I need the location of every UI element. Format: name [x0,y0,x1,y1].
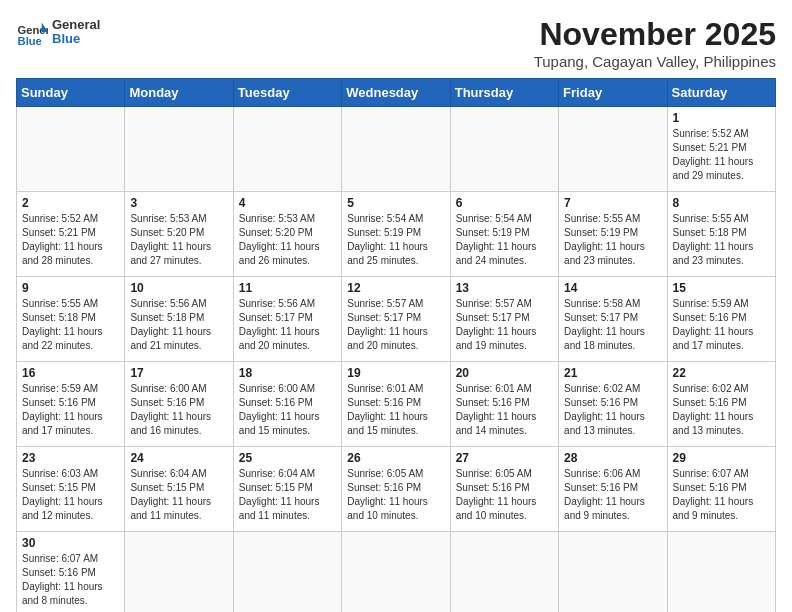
day-info: Sunrise: 5:57 AM Sunset: 5:17 PM Dayligh… [347,297,444,353]
calendar-cell: 9Sunrise: 5:55 AM Sunset: 5:18 PM Daylig… [17,277,125,362]
day-info: Sunrise: 6:05 AM Sunset: 5:16 PM Dayligh… [347,467,444,523]
location-title: Tupang, Cagayan Valley, Philippines [534,53,776,70]
day-number: 4 [239,196,336,210]
day-info: Sunrise: 5:53 AM Sunset: 5:20 PM Dayligh… [130,212,227,268]
calendar-cell: 17Sunrise: 6:00 AM Sunset: 5:16 PM Dayli… [125,362,233,447]
day-info: Sunrise: 6:03 AM Sunset: 5:15 PM Dayligh… [22,467,119,523]
calendar-cell: 18Sunrise: 6:00 AM Sunset: 5:16 PM Dayli… [233,362,341,447]
day-number: 24 [130,451,227,465]
calendar-cell: 27Sunrise: 6:05 AM Sunset: 5:16 PM Dayli… [450,447,558,532]
day-number: 14 [564,281,661,295]
week-row-5: 23Sunrise: 6:03 AM Sunset: 5:15 PM Dayli… [17,447,776,532]
header: General Blue General Blue November 2025 … [16,16,776,70]
week-row-3: 9Sunrise: 5:55 AM Sunset: 5:18 PM Daylig… [17,277,776,362]
day-number: 27 [456,451,553,465]
day-info: Sunrise: 5:59 AM Sunset: 5:16 PM Dayligh… [22,382,119,438]
day-info: Sunrise: 6:05 AM Sunset: 5:16 PM Dayligh… [456,467,553,523]
day-info: Sunrise: 5:53 AM Sunset: 5:20 PM Dayligh… [239,212,336,268]
day-number: 21 [564,366,661,380]
weekday-header-thursday: Thursday [450,79,558,107]
day-info: Sunrise: 5:55 AM Sunset: 5:19 PM Dayligh… [564,212,661,268]
day-info: Sunrise: 5:52 AM Sunset: 5:21 PM Dayligh… [22,212,119,268]
day-info: Sunrise: 6:00 AM Sunset: 5:16 PM Dayligh… [239,382,336,438]
day-info: Sunrise: 6:01 AM Sunset: 5:16 PM Dayligh… [456,382,553,438]
day-info: Sunrise: 6:06 AM Sunset: 5:16 PM Dayligh… [564,467,661,523]
weekday-header-row: SundayMondayTuesdayWednesdayThursdayFrid… [17,79,776,107]
day-number: 16 [22,366,119,380]
weekday-header-tuesday: Tuesday [233,79,341,107]
logo: General Blue General Blue [16,16,100,48]
calendar-cell: 11Sunrise: 5:56 AM Sunset: 5:17 PM Dayli… [233,277,341,362]
calendar-cell: 16Sunrise: 5:59 AM Sunset: 5:16 PM Dayli… [17,362,125,447]
logo-icon: General Blue [16,16,48,48]
calendar-cell: 19Sunrise: 6:01 AM Sunset: 5:16 PM Dayli… [342,362,450,447]
svg-text:Blue: Blue [18,35,42,47]
day-info: Sunrise: 6:07 AM Sunset: 5:16 PM Dayligh… [22,552,119,608]
day-info: Sunrise: 6:00 AM Sunset: 5:16 PM Dayligh… [130,382,227,438]
calendar-cell: 2Sunrise: 5:52 AM Sunset: 5:21 PM Daylig… [17,192,125,277]
calendar-cell [559,532,667,613]
day-info: Sunrise: 5:58 AM Sunset: 5:17 PM Dayligh… [564,297,661,353]
weekday-header-saturday: Saturday [667,79,775,107]
calendar-cell: 14Sunrise: 5:58 AM Sunset: 5:17 PM Dayli… [559,277,667,362]
calendar-cell: 26Sunrise: 6:05 AM Sunset: 5:16 PM Dayli… [342,447,450,532]
calendar-cell: 21Sunrise: 6:02 AM Sunset: 5:16 PM Dayli… [559,362,667,447]
day-info: Sunrise: 5:55 AM Sunset: 5:18 PM Dayligh… [673,212,770,268]
week-row-2: 2Sunrise: 5:52 AM Sunset: 5:21 PM Daylig… [17,192,776,277]
calendar-cell [125,107,233,192]
day-info: Sunrise: 5:52 AM Sunset: 5:21 PM Dayligh… [673,127,770,183]
day-number: 18 [239,366,336,380]
week-row-4: 16Sunrise: 5:59 AM Sunset: 5:16 PM Dayli… [17,362,776,447]
day-number: 8 [673,196,770,210]
calendar-cell: 20Sunrise: 6:01 AM Sunset: 5:16 PM Dayli… [450,362,558,447]
weekday-header-monday: Monday [125,79,233,107]
calendar-cell [233,107,341,192]
week-row-6: 30Sunrise: 6:07 AM Sunset: 5:16 PM Dayli… [17,532,776,613]
calendar-cell: 23Sunrise: 6:03 AM Sunset: 5:15 PM Dayli… [17,447,125,532]
month-title: November 2025 [534,16,776,53]
day-number: 19 [347,366,444,380]
calendar-cell [342,532,450,613]
calendar-cell [450,107,558,192]
calendar-cell [559,107,667,192]
calendar-cell: 24Sunrise: 6:04 AM Sunset: 5:15 PM Dayli… [125,447,233,532]
logo-blue-text: Blue [52,32,100,46]
day-number: 15 [673,281,770,295]
day-info: Sunrise: 5:54 AM Sunset: 5:19 PM Dayligh… [347,212,444,268]
title-area: November 2025 Tupang, Cagayan Valley, Ph… [534,16,776,70]
calendar-cell [450,532,558,613]
day-number: 11 [239,281,336,295]
day-number: 10 [130,281,227,295]
day-info: Sunrise: 6:04 AM Sunset: 5:15 PM Dayligh… [239,467,336,523]
calendar-cell [17,107,125,192]
calendar-cell [342,107,450,192]
calendar-cell: 4Sunrise: 5:53 AM Sunset: 5:20 PM Daylig… [233,192,341,277]
day-number: 29 [673,451,770,465]
day-number: 12 [347,281,444,295]
day-number: 5 [347,196,444,210]
day-number: 26 [347,451,444,465]
day-number: 17 [130,366,227,380]
calendar-cell: 10Sunrise: 5:56 AM Sunset: 5:18 PM Dayli… [125,277,233,362]
day-number: 28 [564,451,661,465]
day-number: 9 [22,281,119,295]
day-info: Sunrise: 5:56 AM Sunset: 5:17 PM Dayligh… [239,297,336,353]
day-info: Sunrise: 5:55 AM Sunset: 5:18 PM Dayligh… [22,297,119,353]
day-number: 13 [456,281,553,295]
calendar-cell: 12Sunrise: 5:57 AM Sunset: 5:17 PM Dayli… [342,277,450,362]
calendar-cell: 3Sunrise: 5:53 AM Sunset: 5:20 PM Daylig… [125,192,233,277]
weekday-header-friday: Friday [559,79,667,107]
day-info: Sunrise: 5:56 AM Sunset: 5:18 PM Dayligh… [130,297,227,353]
calendar-cell: 15Sunrise: 5:59 AM Sunset: 5:16 PM Dayli… [667,277,775,362]
calendar-cell [125,532,233,613]
day-number: 30 [22,536,119,550]
day-number: 22 [673,366,770,380]
day-info: Sunrise: 6:07 AM Sunset: 5:16 PM Dayligh… [673,467,770,523]
calendar-cell: 7Sunrise: 5:55 AM Sunset: 5:19 PM Daylig… [559,192,667,277]
calendar-cell: 8Sunrise: 5:55 AM Sunset: 5:18 PM Daylig… [667,192,775,277]
calendar-cell: 5Sunrise: 5:54 AM Sunset: 5:19 PM Daylig… [342,192,450,277]
day-info: Sunrise: 6:02 AM Sunset: 5:16 PM Dayligh… [564,382,661,438]
week-row-1: 1Sunrise: 5:52 AM Sunset: 5:21 PM Daylig… [17,107,776,192]
day-number: 23 [22,451,119,465]
calendar-cell: 29Sunrise: 6:07 AM Sunset: 5:16 PM Dayli… [667,447,775,532]
